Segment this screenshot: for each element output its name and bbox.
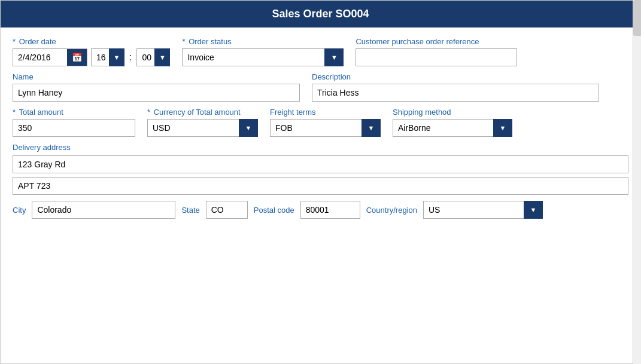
form-area: * Order date 📅 16 00 01 xyxy=(1,27,640,363)
currency-label: * Currency of Total amount xyxy=(147,108,258,117)
order-status-group: * Order status Invoice Draft Confirmed D… xyxy=(182,37,344,66)
scrollbar-thumb[interactable] xyxy=(633,0,641,36)
required-star-3: * xyxy=(13,108,16,117)
required-star-4: * xyxy=(147,108,150,117)
page-wrapper: Sales Order SO004 * Order date 📅 xyxy=(0,0,641,364)
country-label: Country/region xyxy=(366,206,417,215)
currency-select[interactable]: USD EUR GBP xyxy=(147,119,258,137)
postal-label: Postal code xyxy=(254,206,294,215)
bottom-row: City State Postal code Country/region US… xyxy=(13,201,628,219)
required-star: * xyxy=(13,37,16,46)
order-status-label: * Order status xyxy=(182,37,344,46)
currency-group: * Currency of Total amount USD EUR GBP xyxy=(147,108,258,137)
row-2: Name Description xyxy=(13,72,628,102)
customer-po-input[interactable] xyxy=(356,48,517,66)
description-input[interactable] xyxy=(312,84,599,102)
customer-po-label: Customer purchase order reference xyxy=(356,37,517,46)
total-amount-group: * Total amount xyxy=(13,108,135,137)
currency-wrapper[interactable]: USD EUR GBP xyxy=(147,119,258,137)
shipping-method-group: Shipping method AirBorne Ground Express … xyxy=(393,108,512,137)
row-1: * Order date 📅 16 00 01 xyxy=(13,37,628,66)
shipping-method-select[interactable]: AirBorne Ground Express Standard xyxy=(393,119,512,137)
shipping-method-label: Shipping method xyxy=(393,108,512,117)
state-input[interactable] xyxy=(206,201,248,219)
scrollbar-track[interactable] xyxy=(633,0,641,364)
name-input[interactable] xyxy=(13,84,300,102)
delivery-address-label: Delivery address xyxy=(13,143,628,152)
freight-terms-label: Freight terms xyxy=(270,108,381,117)
country-wrapper[interactable]: US UK CA AU DE xyxy=(423,201,543,219)
name-label: Name xyxy=(13,72,300,81)
delivery-line1-input[interactable] xyxy=(13,155,628,173)
order-date-group: * Order date 📅 16 00 01 xyxy=(13,37,170,66)
order-date-input[interactable] xyxy=(13,49,67,66)
minute-select-wrapper[interactable]: 00 15 30 45 xyxy=(136,48,170,66)
postal-input[interactable] xyxy=(300,201,360,219)
freight-terms-select[interactable]: FOB CIF EXW DDP xyxy=(270,119,381,137)
freight-terms-wrapper[interactable]: FOB CIF EXW DDP xyxy=(270,119,381,137)
page-title: Sales Order SO004 xyxy=(1,1,640,27)
delivery-line2-input[interactable] xyxy=(13,177,628,195)
hour-select-wrapper[interactable]: 16 00 01 xyxy=(91,48,124,66)
total-amount-input[interactable] xyxy=(13,119,135,137)
order-date-label: * Order date xyxy=(13,37,170,46)
time-colon: : xyxy=(128,52,133,63)
country-select[interactable]: US UK CA AU DE xyxy=(423,201,543,219)
calendar-button[interactable]: 📅 xyxy=(67,49,87,66)
name-group: Name xyxy=(13,72,300,102)
hour-select[interactable]: 16 00 01 xyxy=(91,48,124,66)
order-status-select[interactable]: Invoice Draft Confirmed Done Cancelled xyxy=(182,48,344,66)
freight-terms-group: Freight terms FOB CIF EXW DDP xyxy=(270,108,381,137)
shipping-method-wrapper[interactable]: AirBorne Ground Express Standard xyxy=(393,119,512,137)
row-3: * Total amount * Currency of Total amoun… xyxy=(13,108,628,137)
city-input[interactable] xyxy=(32,201,175,219)
description-label: Description xyxy=(312,72,599,81)
minute-select[interactable]: 00 15 30 45 xyxy=(136,48,170,66)
required-star-2: * xyxy=(182,37,185,46)
total-amount-label: * Total amount xyxy=(13,108,135,117)
delivery-address-block: Delivery address xyxy=(13,143,628,195)
calendar-icon: 📅 xyxy=(72,53,82,62)
customer-po-group: Customer purchase order reference xyxy=(356,37,517,66)
state-label: State xyxy=(181,206,199,215)
description-group: Description xyxy=(312,72,599,102)
city-label: City xyxy=(13,206,26,215)
date-field[interactable]: 📅 xyxy=(13,48,87,66)
order-status-wrapper[interactable]: Invoice Draft Confirmed Done Cancelled xyxy=(182,48,344,66)
